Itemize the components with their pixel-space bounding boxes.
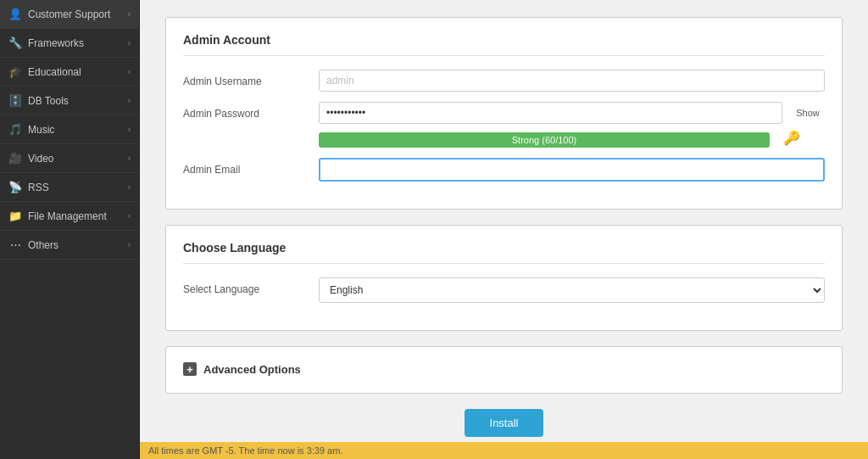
- rss-icon: 📡: [8, 181, 22, 193]
- chevron-right-icon: ›: [128, 182, 131, 192]
- password-input[interactable]: [319, 102, 782, 124]
- language-field: English French German Spanish: [319, 277, 825, 303]
- sidebar-item-label: Educational: [28, 66, 81, 78]
- email-input[interactable]: [319, 158, 825, 182]
- others-icon: ⋯: [8, 238, 22, 251]
- admin-account-section: Admin Account Admin Username Admin Passw…: [165, 17, 843, 210]
- music-icon: 🎵: [8, 123, 22, 136]
- chevron-right-icon: ›: [128, 96, 131, 105]
- sidebar-item-file-management[interactable]: 📁 File Management ›: [0, 202, 139, 231]
- sidebar-item-educational[interactable]: 🎓 Educational ›: [0, 58, 139, 87]
- choose-language-title: Choose Language: [183, 241, 825, 264]
- sidebar-item-label: DB Tools: [28, 95, 69, 107]
- install-row: Install: [165, 409, 843, 437]
- password-strength-bar: Strong (60/100): [319, 132, 770, 148]
- username-input[interactable]: [319, 70, 825, 92]
- admin-account-title: Admin Account: [183, 33, 825, 56]
- chevron-right-icon: ›: [128, 38, 131, 48]
- password-field: Show Strong (60/100) 🔑: [319, 102, 825, 148]
- select-language-label: Select Language: [183, 277, 319, 295]
- sidebar-item-rss[interactable]: 📡 RSS ›: [0, 173, 139, 202]
- chevron-right-icon: ›: [128, 240, 131, 249]
- choose-language-section: Choose Language Select Language English …: [165, 225, 843, 331]
- frameworks-icon: 🔧: [8, 36, 22, 49]
- sidebar-item-label: Customer Support: [28, 8, 110, 20]
- sidebar: 👤 Customer Support › 🔧 Frameworks › 🎓 Ed…: [0, 0, 140, 459]
- username-label: Admin Username: [183, 70, 319, 87]
- chevron-right-icon: ›: [128, 211, 131, 221]
- chevron-right-icon: ›: [128, 125, 131, 134]
- email-label: Admin Email: [183, 158, 319, 176]
- username-field: [319, 70, 825, 92]
- install-button[interactable]: Install: [465, 409, 544, 437]
- select-language-row: Select Language English French German Sp…: [183, 277, 825, 303]
- video-icon: 🎥: [8, 152, 22, 165]
- password-row: Admin Password Show Strong (60/100) 🔑: [183, 102, 825, 148]
- chevron-right-icon: ›: [128, 9, 131, 19]
- sidebar-item-customer-support[interactable]: 👤 Customer Support ›: [0, 0, 139, 29]
- chevron-right-icon: ›: [128, 154, 131, 163]
- educational-icon: 🎓: [8, 65, 22, 78]
- username-row: Admin Username: [183, 70, 825, 92]
- db-tools-icon: 🗄️: [8, 94, 22, 107]
- customer-support-icon: 👤: [8, 8, 22, 20]
- sidebar-item-video[interactable]: 🎥 Video ›: [0, 144, 139, 173]
- main-content: Admin Account Admin Username Admin Passw…: [140, 0, 868, 459]
- sidebar-item-label: Video: [28, 153, 53, 165]
- email-row: Admin Email: [183, 158, 825, 182]
- key-icon: 🔑: [783, 130, 800, 146]
- advanced-options-section: + Advanced Options: [165, 346, 843, 394]
- chevron-right-icon: ›: [128, 67, 131, 76]
- plus-icon: +: [183, 362, 197, 376]
- footer-text: All times are GMT -5. The time now is 3:…: [148, 445, 342, 456]
- password-label: Admin Password: [183, 102, 319, 120]
- sidebar-item-label: Music: [28, 124, 54, 136]
- sidebar-item-label: Others: [28, 239, 58, 251]
- footer-bar: All times are GMT -5. The time now is 3:…: [140, 442, 868, 459]
- sidebar-item-music[interactable]: 🎵 Music ›: [0, 115, 139, 144]
- sidebar-item-label: File Management: [28, 210, 107, 222]
- file-management-icon: 📁: [8, 210, 22, 222]
- advanced-options-toggle[interactable]: + Advanced Options: [183, 362, 825, 376]
- sidebar-item-frameworks[interactable]: 🔧 Frameworks ›: [0, 29, 139, 58]
- show-password-button[interactable]: Show: [791, 108, 825, 118]
- sidebar-item-others[interactable]: ⋯ Others ›: [0, 231, 139, 260]
- advanced-options-label: Advanced Options: [203, 363, 301, 376]
- language-select[interactable]: English French German Spanish: [319, 277, 825, 303]
- sidebar-item-label: Frameworks: [28, 37, 84, 49]
- sidebar-item-db-tools[interactable]: 🗄️ DB Tools ›: [0, 87, 139, 115]
- sidebar-item-label: RSS: [28, 182, 49, 193]
- email-field-wrapper: [319, 158, 825, 182]
